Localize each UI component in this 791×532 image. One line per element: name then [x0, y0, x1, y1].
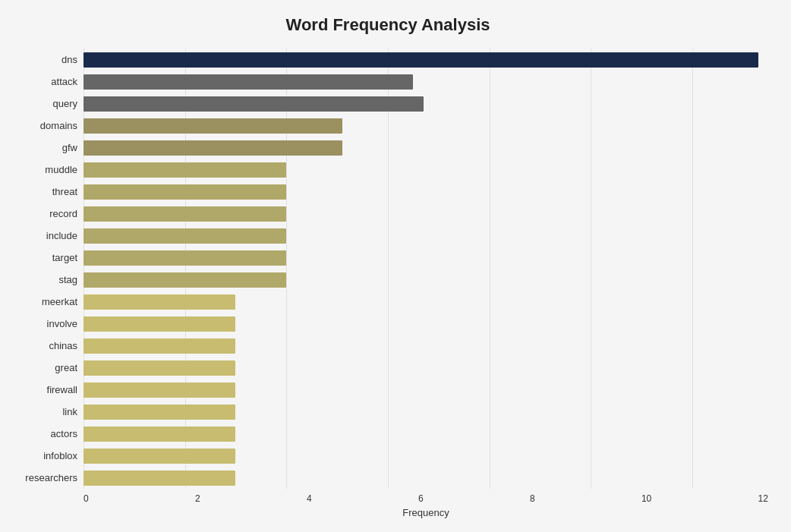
y-axis-label: involve — [8, 314, 77, 334]
x-axis-container: 024681012 Frequency — [8, 489, 768, 518]
y-axis-label: record — [8, 204, 77, 224]
bar-row — [84, 358, 768, 378]
y-axis-label: link — [8, 402, 77, 422]
bar — [84, 382, 235, 398]
x-tick: 4 — [307, 493, 312, 504]
bar-row — [84, 248, 768, 268]
bar — [84, 338, 235, 354]
bar — [84, 74, 413, 90]
y-axis-label: muddle — [8, 160, 77, 180]
bar — [84, 294, 235, 310]
bar-row — [84, 380, 768, 400]
bar-row — [84, 94, 768, 114]
bar-row — [84, 446, 768, 466]
x-tick: 10 — [641, 493, 651, 504]
bar-row — [84, 270, 768, 290]
bar-row — [84, 182, 768, 202]
y-axis-label: query — [8, 94, 77, 114]
bar-row — [84, 160, 768, 180]
grid-line — [185, 49, 186, 489]
y-axis-label: target — [8, 248, 77, 268]
bar — [84, 360, 235, 376]
bar-row — [84, 72, 768, 92]
chart-area: dnsattackquerydomainsgfwmuddlethreatreco… — [8, 49, 768, 489]
grid-line — [84, 49, 84, 489]
x-tick: 8 — [530, 493, 535, 504]
y-axis-label: domains — [8, 116, 77, 136]
bar — [84, 206, 286, 222]
x-tick: 12 — [758, 493, 768, 504]
y-axis-label: threat — [8, 182, 77, 202]
y-axis-label: gfw — [8, 138, 77, 158]
x-axis-label: Frequency — [84, 507, 768, 518]
y-axis-label: stag — [8, 270, 77, 290]
bar — [84, 471, 235, 486]
bar-row — [84, 292, 768, 312]
bar — [84, 316, 235, 332]
bar-row — [84, 204, 768, 224]
y-axis-label: meerkat — [8, 292, 77, 312]
bar-row — [84, 138, 768, 158]
y-axis-label: attack — [8, 72, 77, 92]
grid-lines — [84, 49, 768, 489]
bar — [84, 250, 286, 266]
grid-line — [388, 49, 389, 489]
y-axis-label: firewall — [8, 380, 77, 400]
bar — [84, 118, 342, 134]
bar-row — [84, 424, 768, 444]
bar — [84, 184, 286, 200]
bar-row — [84, 336, 768, 356]
x-ticks: 024681012 — [84, 489, 768, 504]
bar-row — [84, 468, 768, 488]
bars-area — [84, 49, 768, 489]
bar-row — [84, 314, 768, 334]
y-axis-label: infoblox — [8, 446, 77, 466]
bar-row — [84, 50, 768, 70]
y-axis-label: chinas — [8, 336, 77, 356]
bar — [84, 427, 235, 442]
x-tick: 0 — [84, 493, 89, 504]
y-axis: dnsattackquerydomainsgfwmuddlethreatreco… — [8, 49, 84, 489]
bar — [84, 405, 235, 420]
chart-title: Word Frequency Analysis — [8, 15, 768, 35]
grid-line — [591, 49, 591, 489]
y-axis-label: researchers — [8, 468, 77, 488]
bar — [84, 228, 286, 244]
grid-line — [490, 49, 490, 489]
bar — [84, 272, 286, 288]
bar — [84, 449, 235, 464]
bar — [84, 162, 286, 178]
bar-row — [84, 116, 768, 136]
grid-line — [286, 49, 287, 489]
bar — [84, 140, 342, 156]
x-tick: 2 — [195, 493, 200, 504]
bar — [84, 96, 424, 112]
y-axis-label: dns — [8, 50, 77, 70]
chart-container: Word Frequency Analysis dnsattackquerydo… — [0, 0, 791, 532]
x-tick: 6 — [418, 493, 424, 504]
y-axis-label: actors — [8, 424, 77, 444]
bar — [84, 52, 758, 68]
y-axis-label: include — [8, 226, 77, 246]
bar-row — [84, 226, 768, 246]
grid-line — [692, 49, 693, 489]
y-axis-label: great — [8, 358, 77, 378]
bar-row — [84, 402, 768, 422]
